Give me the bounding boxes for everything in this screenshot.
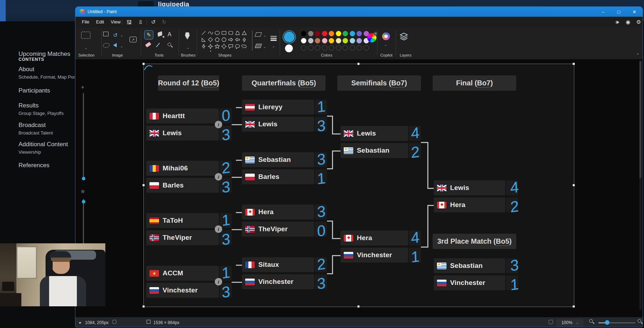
- annotation-slider-thumb[interactable]: [82, 177, 85, 180]
- fill-tool[interactable]: [158, 32, 162, 36]
- freeform-select-tool[interactable]: [103, 43, 110, 48]
- shape-option[interactable]: [234, 43, 241, 50]
- crop-tool[interactable]: [103, 32, 109, 36]
- zoom-in-icon[interactable]: [638, 319, 641, 323]
- shape-option[interactable]: [214, 43, 221, 50]
- shape-fill-chevron[interactable]: ⌄: [263, 45, 266, 49]
- menu-file[interactable]: File: [82, 19, 89, 25]
- shape-option[interactable]: [214, 30, 221, 36]
- shape-option[interactable]: [207, 43, 214, 50]
- text-tool[interactable]: A: [168, 31, 171, 38]
- layers-icon[interactable]: [399, 32, 408, 42]
- match-info-icon[interactable]: i: [215, 278, 222, 286]
- brushes-tool[interactable]: [185, 32, 190, 39]
- background-color-well[interactable]: [285, 44, 293, 52]
- match-info-icon[interactable]: i: [215, 173, 222, 181]
- color-swatch[interactable]: [336, 31, 341, 36]
- shape-option[interactable]: [241, 36, 248, 43]
- sidebar-item-upcoming-matches[interactable]: Upcoming Matches: [19, 51, 70, 58]
- sidebar-item-results[interactable]: Results: [19, 102, 39, 109]
- color-swatch[interactable]: [301, 31, 306, 36]
- shape-outline-button[interactable]: [255, 32, 261, 37]
- size-chevron[interactable]: ⌄: [272, 44, 275, 48]
- shape-option[interactable]: [200, 50, 207, 52]
- collapse-ribbon-chevron[interactable]: ⌄: [636, 51, 639, 55]
- shape-option[interactable]: [221, 30, 227, 36]
- sidebar-subitem[interactable]: Broadcast Talent: [19, 130, 53, 136]
- color-swatch[interactable]: [350, 38, 355, 43]
- empty-color-slot[interactable]: [329, 45, 334, 51]
- flip-tool[interactable]: [113, 43, 117, 47]
- color-swatch[interactable]: [357, 31, 362, 36]
- annotation-slider2-thumb[interactable]: [82, 200, 85, 203]
- sidebar-subitem[interactable]: Group Stage, Playoffs: [19, 111, 64, 116]
- size-button[interactable]: [270, 36, 277, 41]
- shape-option[interactable]: [221, 36, 227, 43]
- pencil-tool[interactable]: ✎: [144, 30, 153, 39]
- empty-color-slot[interactable]: [343, 45, 348, 51]
- color-swatch[interactable]: [308, 31, 313, 36]
- color-swatch[interactable]: [336, 38, 341, 43]
- annotation-slider2-track[interactable]: [83, 199, 84, 245]
- shape-option[interactable]: [207, 50, 214, 52]
- sidebar-item-about[interactable]: About: [19, 66, 34, 73]
- sidebar-subitem[interactable]: Schedule, Format, Map Pool, P: [19, 74, 75, 80]
- shape-option[interactable]: [214, 36, 221, 43]
- annotation-slider-track[interactable]: [83, 93, 84, 179]
- shape-option[interactable]: [227, 36, 234, 43]
- color-swatch[interactable]: [322, 31, 327, 36]
- sidebar-subitem[interactable]: Viewership: [19, 149, 41, 155]
- copilot-icon[interactable]: [382, 32, 390, 40]
- empty-color-slot[interactable]: [336, 45, 341, 51]
- annotation-ring-icon[interactable]: ◎: [81, 189, 85, 194]
- color-swatch[interactable]: [357, 38, 362, 43]
- shape-option[interactable]: [227, 43, 234, 50]
- brushes-dropdown-chevron[interactable]: ⌄: [187, 46, 190, 49]
- sidebar-item-participants[interactable]: Participants: [19, 87, 50, 94]
- sidebar-item-references[interactable]: References: [19, 162, 49, 169]
- empty-color-slot[interactable]: [350, 45, 355, 51]
- canvas-scrollbar[interactable]: [639, 61, 642, 310]
- shape-option[interactable]: [207, 30, 214, 36]
- selection-handle[interactable]: [142, 63, 145, 65]
- settings-gear-icon[interactable]: ⚙: [635, 18, 643, 26]
- foreground-color-well[interactable]: [284, 32, 295, 42]
- shape-option[interactable]: [200, 36, 207, 43]
- selection-handle[interactable]: [142, 305, 145, 308]
- rotate-dropdown-chevron[interactable]: ⌄: [120, 33, 123, 37]
- shape-option[interactable]: [227, 30, 234, 36]
- color-swatch[interactable]: [322, 38, 327, 43]
- shape-option[interactable]: [200, 30, 207, 36]
- drawing-canvas[interactable]: ≡ ◎ Round of 12 (Bo5)Hearttt0Lewis3iMiha…: [75, 59, 643, 317]
- shape-outline-chevron[interactable]: ⌄: [263, 34, 266, 37]
- shape-option[interactable]: [241, 30, 248, 36]
- color-swatch[interactable]: [301, 38, 306, 43]
- feedback-icon[interactable]: 🕪: [613, 18, 621, 26]
- zoom-level-dropdown[interactable]: 100%⌄: [556, 319, 584, 327]
- menu-view[interactable]: View: [111, 19, 121, 25]
- color-swatch[interactable]: [343, 31, 348, 36]
- color-swatch[interactable]: [329, 38, 334, 43]
- rotate-tool[interactable]: ↺: [113, 32, 118, 38]
- account-icon[interactable]: ◉: [624, 18, 632, 26]
- color-swatch[interactable]: [350, 31, 355, 36]
- selection-handle[interactable]: [572, 184, 575, 186]
- flip-dropdown-chevron[interactable]: ⌄: [120, 44, 123, 48]
- empty-color-slot[interactable]: [315, 45, 320, 51]
- sidebar-item-broadcast[interactable]: Broadcast: [19, 122, 46, 129]
- shape-option[interactable]: [200, 43, 207, 50]
- magnifier-tool[interactable]: [168, 43, 171, 46]
- match-info-icon[interactable]: i: [215, 121, 222, 128]
- color-swatch[interactable]: [329, 31, 334, 36]
- maximize-button[interactable]: ▢: [611, 7, 627, 17]
- color-swatch[interactable]: [308, 38, 313, 43]
- sidebar-item-additional-content[interactable]: Additional Content: [19, 141, 68, 148]
- resize-tool[interactable]: ↗: [130, 37, 137, 42]
- selection-dropdown-chevron[interactable]: ⌄: [85, 46, 88, 50]
- zoom-out-icon[interactable]: [589, 319, 593, 323]
- color-swatch[interactable]: [315, 38, 320, 43]
- shape-option[interactable]: [234, 30, 241, 36]
- menu-edit[interactable]: Edit: [96, 19, 104, 25]
- fit-to-screen-icon[interactable]: [549, 320, 553, 324]
- selection-handle[interactable]: [572, 305, 575, 308]
